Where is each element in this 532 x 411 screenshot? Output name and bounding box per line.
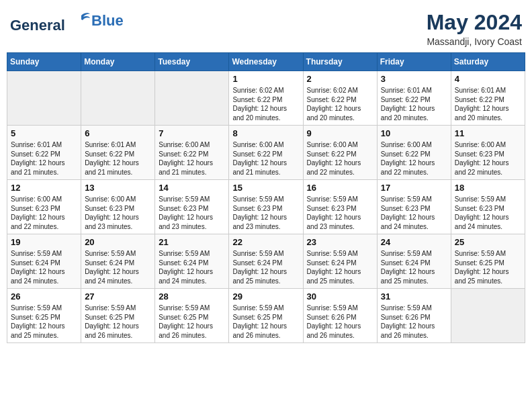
day-info: Sunrise: 6:01 AMSunset: 6:22 PMDaylight:… xyxy=(381,86,447,122)
weekday-header-saturday: Saturday xyxy=(451,53,525,71)
day-info: Sunrise: 5:59 AMSunset: 6:26 PMDaylight:… xyxy=(381,304,447,340)
day-info: Sunrise: 5:59 AMSunset: 6:23 PMDaylight:… xyxy=(307,195,373,231)
day-number: 16 xyxy=(307,183,373,193)
calendar-table: SundayMondayTuesdayWednesdayThursdayFrid… xyxy=(7,52,525,343)
day-number: 14 xyxy=(159,183,225,193)
day-info: Sunrise: 5:59 AMSunset: 6:25 PMDaylight:… xyxy=(232,304,299,340)
day-info: Sunrise: 5:59 AMSunset: 6:25 PMDaylight:… xyxy=(159,304,225,340)
day-info: Sunrise: 5:59 AMSunset: 6:25 PMDaylight:… xyxy=(11,304,77,340)
day-number: 6 xyxy=(85,128,151,138)
day-info: Sunrise: 5:59 AMSunset: 6:26 PMDaylight:… xyxy=(307,304,373,340)
day-info: Sunrise: 5:59 AMSunset: 6:25 PMDaylight:… xyxy=(85,304,151,340)
day-number: 28 xyxy=(159,291,225,302)
day-info: Sunrise: 5:59 AMSunset: 6:24 PMDaylight:… xyxy=(307,249,373,285)
calendar-day-12: 12Sunrise: 6:00 AMSunset: 6:23 PMDayligh… xyxy=(7,180,81,234)
calendar-week-row: 1Sunrise: 6:02 AMSunset: 6:22 PMDaylight… xyxy=(7,71,525,126)
calendar-day-empty xyxy=(7,71,81,126)
day-info: Sunrise: 5:59 AMSunset: 6:25 PMDaylight:… xyxy=(455,249,521,285)
day-info: Sunrise: 5:59 AMSunset: 6:23 PMDaylight:… xyxy=(159,195,225,231)
weekday-header-thursday: Thursday xyxy=(303,53,377,71)
day-number: 17 xyxy=(381,183,447,193)
calendar-day-26: 26Sunrise: 5:59 AMSunset: 6:25 PMDayligh… xyxy=(7,289,81,343)
day-info: Sunrise: 6:01 AMSunset: 6:22 PMDaylight:… xyxy=(11,140,77,177)
day-number: 27 xyxy=(85,291,151,302)
day-number: 2 xyxy=(307,74,373,84)
day-info: Sunrise: 6:01 AMSunset: 6:22 PMDaylight:… xyxy=(85,140,151,177)
logo-general: General xyxy=(10,17,65,34)
weekday-header-wednesday: Wednesday xyxy=(229,53,303,71)
sub-title: Massandji, Ivory Coast xyxy=(427,36,522,47)
calendar-day-23: 23Sunrise: 5:59 AMSunset: 6:24 PMDayligh… xyxy=(303,234,377,289)
calendar-day-29: 29Sunrise: 5:59 AMSunset: 6:25 PMDayligh… xyxy=(229,289,303,343)
weekday-header-monday: Monday xyxy=(81,53,155,71)
day-number: 9 xyxy=(307,128,373,138)
calendar-day-7: 7Sunrise: 6:00 AMSunset: 6:22 PMDaylight… xyxy=(155,126,229,180)
day-info: Sunrise: 5:59 AMSunset: 6:23 PMDaylight:… xyxy=(455,195,521,231)
day-info: Sunrise: 5:59 AMSunset: 6:24 PMDaylight:… xyxy=(11,249,77,285)
day-number: 19 xyxy=(11,237,77,247)
day-info: Sunrise: 6:02 AMSunset: 6:22 PMDaylight:… xyxy=(232,86,299,122)
day-info: Sunrise: 5:59 AMSunset: 6:24 PMDaylight:… xyxy=(159,249,225,285)
calendar-day-28: 28Sunrise: 5:59 AMSunset: 6:25 PMDayligh… xyxy=(155,289,229,343)
day-info: Sunrise: 6:00 AMSunset: 6:22 PMDaylight:… xyxy=(159,140,225,177)
day-info: Sunrise: 5:59 AMSunset: 6:24 PMDaylight:… xyxy=(381,249,447,285)
day-number: 3 xyxy=(381,74,447,84)
weekday-header-sunday: Sunday xyxy=(7,53,81,71)
calendar-day-8: 8Sunrise: 6:00 AMSunset: 6:22 PMDaylight… xyxy=(229,126,303,180)
weekday-header-row: SundayMondayTuesdayWednesdayThursdayFrid… xyxy=(7,53,525,71)
day-number: 18 xyxy=(455,183,521,193)
day-number: 4 xyxy=(455,74,521,84)
day-number: 21 xyxy=(159,237,225,247)
title-block: May 2024 Massandji, Ivory Coast xyxy=(427,10,522,47)
calendar-day-1: 1Sunrise: 6:02 AMSunset: 6:22 PMDaylight… xyxy=(229,71,303,126)
main-title: May 2024 xyxy=(427,10,522,35)
calendar-day-10: 10Sunrise: 6:00 AMSunset: 6:22 PMDayligh… xyxy=(377,126,451,180)
day-info: Sunrise: 6:00 AMSunset: 6:22 PMDaylight:… xyxy=(381,140,447,177)
calendar-week-row: 12Sunrise: 6:00 AMSunset: 6:23 PMDayligh… xyxy=(7,180,525,234)
day-number: 26 xyxy=(11,291,77,302)
calendar-day-24: 24Sunrise: 5:59 AMSunset: 6:24 PMDayligh… xyxy=(377,234,451,289)
calendar-day-11: 11Sunrise: 6:00 AMSunset: 6:23 PMDayligh… xyxy=(451,126,525,180)
calendar-day-empty xyxy=(155,71,229,126)
day-info: Sunrise: 6:00 AMSunset: 6:23 PMDaylight:… xyxy=(85,195,151,231)
page-header: General Blue May 2024 Massandji, Ivory C… xyxy=(7,7,525,47)
calendar-day-4: 4Sunrise: 6:01 AMSunset: 6:22 PMDaylight… xyxy=(451,71,525,126)
day-number: 25 xyxy=(455,237,521,247)
calendar-day-18: 18Sunrise: 5:59 AMSunset: 6:23 PMDayligh… xyxy=(451,180,525,234)
logo-bird-icon xyxy=(71,10,91,30)
calendar-day-20: 20Sunrise: 5:59 AMSunset: 6:24 PMDayligh… xyxy=(81,234,155,289)
day-number: 29 xyxy=(232,291,299,302)
calendar-day-empty xyxy=(81,71,155,126)
calendar-week-row: 26Sunrise: 5:59 AMSunset: 6:25 PMDayligh… xyxy=(7,289,525,343)
day-number: 30 xyxy=(307,291,373,302)
calendar-day-21: 21Sunrise: 5:59 AMSunset: 6:24 PMDayligh… xyxy=(155,234,229,289)
day-number: 11 xyxy=(455,128,521,138)
calendar-day-27: 27Sunrise: 5:59 AMSunset: 6:25 PMDayligh… xyxy=(81,289,155,343)
day-info: Sunrise: 5:59 AMSunset: 6:23 PMDaylight:… xyxy=(232,195,299,231)
day-info: Sunrise: 5:59 AMSunset: 6:24 PMDaylight:… xyxy=(232,249,299,285)
calendar-day-19: 19Sunrise: 5:59 AMSunset: 6:24 PMDayligh… xyxy=(7,234,81,289)
day-info: Sunrise: 6:00 AMSunset: 6:22 PMDaylight:… xyxy=(307,140,373,177)
calendar-day-2: 2Sunrise: 6:02 AMSunset: 6:22 PMDaylight… xyxy=(303,71,377,126)
weekday-header-friday: Friday xyxy=(377,53,451,71)
calendar-day-3: 3Sunrise: 6:01 AMSunset: 6:22 PMDaylight… xyxy=(377,71,451,126)
day-info: Sunrise: 5:59 AMSunset: 6:24 PMDaylight:… xyxy=(85,249,151,285)
calendar-day-empty xyxy=(451,289,525,343)
calendar-day-13: 13Sunrise: 6:00 AMSunset: 6:23 PMDayligh… xyxy=(81,180,155,234)
day-info: Sunrise: 6:02 AMSunset: 6:22 PMDaylight:… xyxy=(307,86,373,122)
day-number: 31 xyxy=(381,291,447,302)
calendar-day-9: 9Sunrise: 6:00 AMSunset: 6:22 PMDaylight… xyxy=(303,126,377,180)
calendar-day-31: 31Sunrise: 5:59 AMSunset: 6:26 PMDayligh… xyxy=(377,289,451,343)
day-number: 1 xyxy=(232,74,299,84)
calendar-day-30: 30Sunrise: 5:59 AMSunset: 6:26 PMDayligh… xyxy=(303,289,377,343)
day-info: Sunrise: 6:00 AMSunset: 6:23 PMDaylight:… xyxy=(11,195,77,231)
calendar-day-17: 17Sunrise: 5:59 AMSunset: 6:23 PMDayligh… xyxy=(377,180,451,234)
day-number: 24 xyxy=(381,237,447,247)
day-number: 10 xyxy=(381,128,447,138)
calendar-week-row: 19Sunrise: 5:59 AMSunset: 6:24 PMDayligh… xyxy=(7,234,525,289)
day-info: Sunrise: 6:00 AMSunset: 6:22 PMDaylight:… xyxy=(232,140,299,177)
calendar-day-22: 22Sunrise: 5:59 AMSunset: 6:24 PMDayligh… xyxy=(229,234,303,289)
calendar-day-15: 15Sunrise: 5:59 AMSunset: 6:23 PMDayligh… xyxy=(229,180,303,234)
day-number: 7 xyxy=(159,128,225,138)
day-info: Sunrise: 5:59 AMSunset: 6:23 PMDaylight:… xyxy=(381,195,447,231)
